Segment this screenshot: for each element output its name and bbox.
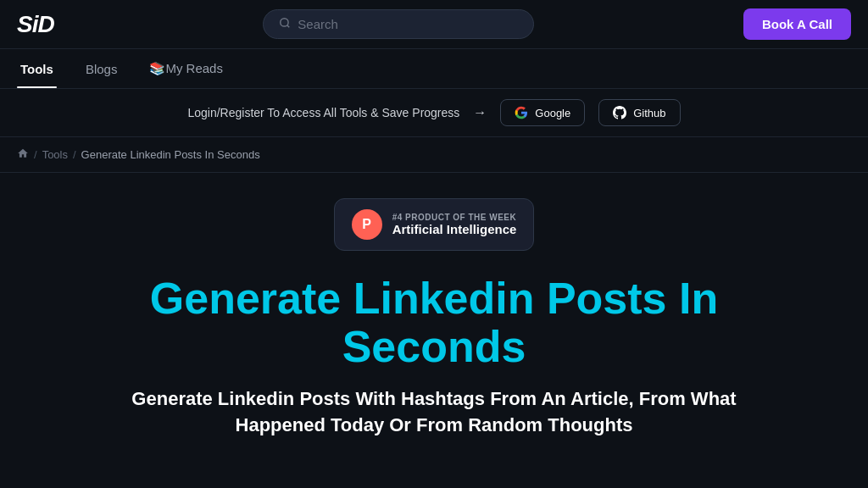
breadcrumb-current-page: Generate Linkedin Posts In Seconds (81, 148, 260, 161)
product-hunt-text: #4 Product Of The Week Artificial Intell… (392, 213, 517, 236)
nav-item-my-reads[interactable]: 📚My Reads (146, 49, 226, 88)
breadcrumb-separator-2: / (73, 148, 76, 161)
breadcrumb: / Tools / Generate Linkedin Posts In Sec… (0, 137, 868, 173)
product-hunt-rank: #4 Product Of The Week (392, 213, 517, 222)
svg-point-0 (281, 19, 288, 26)
nav: Tools Blogs 📚My Reads (0, 49, 868, 89)
nav-item-blogs[interactable]: Blogs (82, 50, 121, 88)
page-subtitle: Generate Linkedin Posts With Hashtags Fr… (95, 386, 773, 439)
header: SiD Search Book A Call (0, 0, 868, 49)
main-content: P #4 Product Of The Week Artificial Inte… (0, 173, 868, 456)
search-icon (279, 17, 291, 31)
google-label: Google (535, 107, 570, 119)
login-arrow: → (473, 105, 487, 120)
logo: SiD (17, 11, 54, 38)
breadcrumb-home-icon[interactable] (17, 147, 29, 162)
book-call-button[interactable]: Book A Call (743, 8, 851, 40)
google-login-button[interactable]: Google (500, 99, 585, 126)
search-bar[interactable]: Search (263, 9, 534, 39)
login-banner: Login/Register To Access All Tools & Sav… (0, 89, 868, 137)
breadcrumb-tools-link[interactable]: Tools (42, 148, 68, 161)
product-hunt-category: Artificial Intelligence (392, 222, 517, 236)
github-icon (613, 106, 626, 119)
github-login-button[interactable]: Github (598, 99, 680, 126)
nav-item-tools[interactable]: Tools (17, 50, 57, 88)
google-icon (515, 106, 528, 119)
product-hunt-badge[interactable]: P #4 Product Of The Week Artificial Inte… (334, 198, 535, 251)
svg-line-1 (287, 25, 290, 28)
page-title: Generate Linkedin Posts In Seconds (137, 274, 731, 371)
product-hunt-icon: P (352, 209, 382, 240)
login-text: Login/Register To Access All Tools & Sav… (187, 106, 459, 119)
github-label: Github (633, 107, 665, 119)
search-placeholder: Search (298, 17, 338, 31)
breadcrumb-separator-1: / (34, 148, 37, 161)
